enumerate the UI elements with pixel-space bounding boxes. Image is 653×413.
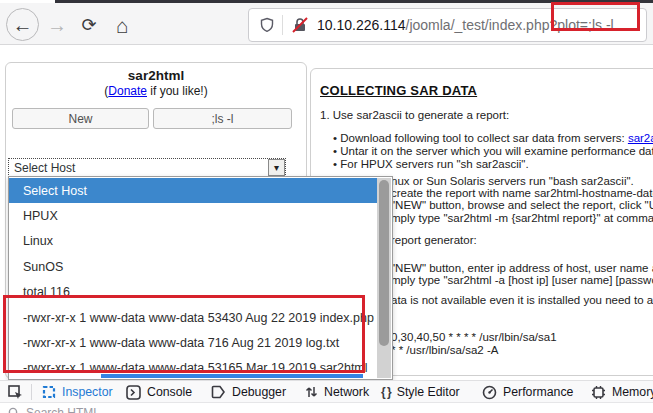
- url-query: ?plot=;ls -l: [549, 17, 613, 33]
- forward-button[interactable]: →: [46, 14, 68, 36]
- sar2ascii-link[interactable]: sar2ascii: [628, 132, 653, 144]
- host-select[interactable]: Select Host ▾: [8, 158, 286, 177]
- devtools-separator: [31, 384, 32, 400]
- urlbar-separator: [282, 15, 283, 35]
- home-button[interactable]: ⌂: [110, 13, 134, 37]
- help-bullets: • Download following tool to collect sar…: [333, 132, 653, 170]
- dropdown-vertical-scrollbar[interactable]: [377, 178, 391, 378]
- help-step1: 1. Use sar2ascii to generate a report:: [320, 109, 509, 121]
- back-icon: ←: [13, 15, 33, 35]
- help-fragment: "NEW" button, browse and select the repo…: [391, 199, 653, 211]
- url-bar[interactable]: 10.10.226.114/joomla/_test/index.php?plo…: [248, 8, 647, 42]
- tab-network[interactable]: Network: [305, 381, 369, 403]
- donate-suffix: if you like!): [147, 84, 208, 98]
- reload-icon: ⟳: [81, 16, 96, 34]
- home-icon: ⌂: [116, 15, 129, 36]
- devtools-toolbar: Inspector Console Debugger Network { } S…: [0, 380, 653, 402]
- tab-label: Performance: [503, 385, 573, 399]
- host-select-popup: Select Host HPUX Linux SunOS total 116 -…: [8, 176, 393, 380]
- dropdown-option-hpux[interactable]: HPUX: [9, 203, 378, 228]
- new-button[interactable]: New: [12, 108, 149, 129]
- performance-icon: [482, 385, 497, 400]
- debugger-icon: [211, 385, 226, 399]
- reload-button[interactable]: ⟳: [78, 14, 100, 36]
- forward-icon: →: [47, 15, 67, 35]
- help-bullet-1: • Download following tool to collect sar…: [333, 132, 653, 145]
- console-icon: [126, 385, 141, 400]
- dropdown-option-total[interactable]: total 116: [9, 280, 378, 305]
- insecure-lock-icon[interactable]: [291, 16, 309, 34]
- element-picker-button[interactable]: [8, 381, 23, 403]
- url-text[interactable]: 10.10.226.114/joomla/_test/index.php?plo…: [317, 17, 614, 33]
- search-icon: [8, 407, 20, 413]
- element-picker-icon: [8, 385, 23, 400]
- donate-link[interactable]: Donate: [108, 84, 147, 98]
- bullet2-text: Untar it on the server which you will ex…: [340, 145, 653, 157]
- dropdown-horizontal-scrollbar-thumb[interactable]: [101, 374, 363, 378]
- dropdown-option-linux[interactable]: Linux: [9, 229, 378, 254]
- tab-inspector[interactable]: Inspector: [42, 381, 113, 403]
- payload-button[interactable]: ;ls -l: [153, 108, 292, 129]
- host-select-value: Select Host: [9, 161, 268, 175]
- tab-label: Network: [324, 385, 369, 399]
- browser-toolbar: ← → ⟳ ⌂ 10.10.226.114/joomla/_test/index…: [0, 3, 653, 45]
- donate-line: (Donate if you like!): [6, 84, 306, 98]
- url-host: 10.10.226.114: [317, 17, 406, 33]
- help-heading: COLLECTING SAR DATA: [320, 83, 477, 98]
- tab-label: Memory: [612, 385, 653, 399]
- help-fragment: nux or Sun Solaris servers run "bash sar…: [391, 175, 634, 187]
- tab-console[interactable]: Console: [126, 381, 192, 403]
- tab-label: Inspector: [62, 385, 113, 399]
- help-fragment: 0,30,40,50 * * * * /usr/lbin/sa/sa1: [391, 331, 557, 343]
- help-fragment: mply type "sar2html -m {sar2html report}…: [391, 212, 653, 224]
- chevron-down-icon: ▾: [274, 162, 279, 173]
- help-fragment: mply type "sar2html -a [host ip] [user n…: [391, 274, 653, 286]
- dropdown-option-ls-line[interactable]: -rwxr-xr-x 1 www-data www-data 716 Aug 2…: [9, 330, 378, 355]
- url-path: /joomla/_test/index.php: [406, 17, 550, 33]
- dropdown-option-sunos[interactable]: SunOS: [9, 254, 378, 279]
- tab-memory[interactable]: Memory: [591, 381, 653, 403]
- bullet1-text: Download following tool to collect sar d…: [340, 132, 628, 144]
- help-fragment: ata is not available even it is installe…: [391, 294, 653, 306]
- help-fragment: "NEW" button, enter ip address of host, …: [391, 262, 653, 274]
- tab-label: Style Editor: [397, 385, 460, 399]
- bullet3-text: For HPUX servers run "sh sar2ascii".: [340, 158, 528, 170]
- dropdown-option-select-host[interactable]: Select Host: [9, 178, 378, 203]
- help-bullet-3: • For HPUX servers run "sh sar2ascii".: [333, 158, 653, 171]
- inspector-icon: [42, 385, 56, 399]
- app-title: sar2html: [6, 68, 306, 83]
- tab-style-editor[interactable]: { } Style Editor: [381, 381, 460, 403]
- tab-label: Debugger: [232, 385, 286, 399]
- back-button[interactable]: ←: [6, 8, 39, 41]
- tracking-shield-icon[interactable]: [259, 17, 275, 33]
- network-icon: [305, 385, 318, 399]
- help-bullet-2: • Untar it on the server which you will …: [333, 145, 653, 158]
- tab-performance[interactable]: Performance: [482, 381, 573, 403]
- dropdown-option-ls-line[interactable]: -rwxr-xr-x 1 www-data www-data 53430 Aug…: [9, 305, 378, 330]
- host-select-arrow-button[interactable]: ▾: [268, 159, 285, 176]
- inspector-search-row: Search HTML: [0, 402, 653, 413]
- style-editor-icon: { }: [381, 385, 391, 399]
- search-html-input[interactable]: Search HTML: [26, 406, 100, 413]
- tab-label: Console: [147, 385, 192, 399]
- memory-icon: [591, 385, 606, 400]
- dropdown-vertical-scrollbar-thumb[interactable]: [379, 180, 389, 346]
- help-fragment: report generator:: [391, 234, 477, 246]
- help-fragment: * * /usr/lbin/sa/sa2 -A: [391, 344, 498, 356]
- tab-debugger[interactable]: Debugger: [211, 381, 286, 403]
- help-fragment: create the report with name sar2html-hos…: [391, 187, 653, 199]
